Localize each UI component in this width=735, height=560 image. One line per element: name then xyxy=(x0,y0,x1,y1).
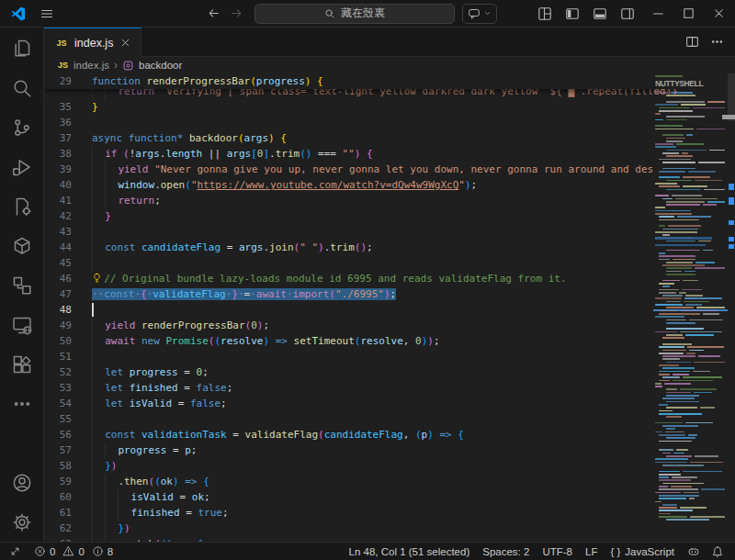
line-number[interactable]: 36 xyxy=(44,115,72,130)
code-line-51[interactable]: 51 xyxy=(44,349,653,364)
line-content[interactable]: const candidateFlag = args.join(" ").tri… xyxy=(92,240,373,255)
code-line-50[interactable]: 50await new Promise((resolve) => setTime… xyxy=(44,333,653,349)
line-content[interactable]: } xyxy=(92,99,98,115)
line-content[interactable] xyxy=(92,349,105,364)
language-mode[interactable]: { } JavaScript xyxy=(610,546,674,557)
line-content[interactable]: let progress = 0; xyxy=(92,364,209,380)
line-number[interactable]: 57 xyxy=(44,442,72,458)
code-line-58[interactable]: 58}) xyxy=(44,458,653,474)
sticky-scroll-line[interactable]: 29function renderProgressBar(progress) { xyxy=(44,73,653,89)
line-number[interactable]: 47 xyxy=(44,286,72,302)
account-icon[interactable] xyxy=(12,473,32,493)
line-content[interactable]: .then((ok) => { xyxy=(92,474,209,489)
line-number[interactable]: 54 xyxy=(44,396,72,411)
indentation[interactable]: Spaces: 2 xyxy=(482,546,529,557)
code-line-48[interactable]: 48 xyxy=(44,302,653,318)
code-line-61[interactable]: 61finished = true; xyxy=(44,505,653,521)
line-number[interactable]: 52 xyxy=(44,364,72,380)
line-number[interactable]: 46 xyxy=(44,271,72,286)
settings-icon[interactable] xyxy=(12,512,32,532)
line-number[interactable]: 59 xyxy=(44,474,72,489)
menu-icon[interactable] xyxy=(40,6,54,21)
line-number[interactable] xyxy=(44,89,72,99)
line-number[interactable]: 29 xyxy=(44,73,72,89)
line-content[interactable]: isValid = ok; xyxy=(92,489,210,505)
code-line-55[interactable]: 55 xyxy=(44,411,653,427)
line-content[interactable] xyxy=(92,224,105,240)
code-line-44[interactable]: 44const candidateFlag = args.join(" ").t… xyxy=(44,240,653,255)
code-line-54[interactable]: 54let isValid = false; xyxy=(44,396,653,411)
breadcrumb-file[interactable]: index.js xyxy=(74,60,109,71)
remote-explorer-icon[interactable] xyxy=(12,315,32,335)
line-content[interactable]: let isValid = false; xyxy=(92,396,227,411)
code-line-52[interactable]: 52let progress = 0; xyxy=(44,364,653,380)
code-line-43[interactable]: 43 xyxy=(44,224,653,240)
copilot-button[interactable] xyxy=(462,4,497,24)
command-center-search[interactable]: 藏在殼裏 xyxy=(254,4,455,24)
arrow-left-icon[interactable] xyxy=(207,6,220,20)
split-editor-icon[interactable] xyxy=(685,35,699,49)
cube-icon[interactable] xyxy=(12,236,32,256)
toggle-sidebar-left-icon[interactable] xyxy=(565,6,580,21)
minimize-icon[interactable] xyxy=(651,6,665,20)
line-content[interactable]: progress = p; xyxy=(92,442,197,458)
line-content[interactable]: window.open("https://www.youtube.com/wat… xyxy=(92,177,477,193)
line-content[interactable]: .catch(() => { xyxy=(92,536,203,542)
line-content[interactable]: let finished = false; xyxy=(92,380,232,396)
line-number[interactable]: 49 xyxy=(44,318,72,333)
line-number[interactable]: 55 xyxy=(44,411,72,427)
code-line-57[interactable]: 57progress = p; xyxy=(44,442,653,458)
more-icon[interactable] xyxy=(12,394,32,414)
remote-indicator-button[interactable] xyxy=(9,545,21,557)
line-content[interactable]: } xyxy=(92,208,111,224)
code-lines[interactable]: 35}3637async function* backdoor(args) {3… xyxy=(44,99,653,542)
code-line-42[interactable]: 42} xyxy=(44,208,653,224)
line-number[interactable]: 48 xyxy=(44,302,72,318)
line-content[interactable]: await new Promise((resolve) => setTimeou… xyxy=(92,333,440,349)
close-icon[interactable] xyxy=(119,37,131,49)
code-line-34[interactable]: return `Verifying [ span class= text-lig… xyxy=(44,89,735,99)
problems-button[interactable]: 0 0 8 xyxy=(34,545,117,557)
line-content[interactable]: // Original bundle lazy-loads module id … xyxy=(92,271,567,286)
line-number[interactable]: 62 xyxy=(44,521,72,536)
code-line-53[interactable]: 53let finished = false; xyxy=(44,380,653,396)
line-number[interactable]: 45 xyxy=(44,255,72,271)
line-number[interactable]: 37 xyxy=(44,130,72,146)
close-window-icon[interactable] xyxy=(712,6,726,20)
line-number[interactable]: 42 xyxy=(44,208,72,224)
line-number[interactable]: 40 xyxy=(44,177,72,193)
code-line-39[interactable]: 39yield "Never gonna give you up, never … xyxy=(44,162,653,177)
line-number[interactable]: 51 xyxy=(44,349,72,364)
line-number[interactable]: 58 xyxy=(44,458,72,474)
customize-layout-icon[interactable] xyxy=(537,6,552,21)
tab-index-js[interactable]: JS index.js xyxy=(44,28,141,57)
extensions-icon[interactable] xyxy=(12,354,32,375)
line-number[interactable]: 35 xyxy=(44,99,72,115)
line-content[interactable]: }) xyxy=(92,521,130,536)
line-number[interactable]: 56 xyxy=(44,427,72,442)
line-number[interactable]: 41 xyxy=(44,193,72,208)
linked-squares-icon[interactable] xyxy=(12,275,32,296)
maximize-icon[interactable] xyxy=(682,6,695,20)
line-content[interactable]: }) xyxy=(92,458,117,474)
line-content[interactable]: yield "Never gonna give you up, never go… xyxy=(92,162,653,177)
line-number[interactable]: 60 xyxy=(44,489,72,505)
line-number[interactable]: 43 xyxy=(44,224,72,240)
code-line-56[interactable]: 56const validationTask = validateFlag(ca… xyxy=(44,427,653,442)
code-line-60[interactable]: 60isValid = ok; xyxy=(44,489,653,505)
code-editor[interactable]: 29function renderProgressBar(progress) {… xyxy=(44,73,735,542)
code-line-35[interactable]: 35} xyxy=(44,99,653,115)
line-number[interactable]: 39 xyxy=(44,162,72,177)
code-line-46[interactable]: 46// Original bundle lazy-loads module i… xyxy=(44,271,653,286)
code-line-38[interactable]: 38if (!args.length || args[0].trim() ===… xyxy=(44,146,653,162)
more-actions-icon[interactable] xyxy=(710,35,724,49)
line-content[interactable]: function renderProgressBar(progress) { xyxy=(92,73,323,89)
line-content[interactable]: ··const·{·validateFlag·}·=·await·import(… xyxy=(92,286,396,302)
line-content[interactable] xyxy=(92,255,105,271)
bell-icon[interactable] xyxy=(711,545,724,558)
line-content[interactable]: const validationTask = validateFlag(cand… xyxy=(92,427,464,442)
line-content[interactable]: return; xyxy=(92,193,161,208)
arrow-right-icon[interactable] xyxy=(230,6,243,20)
cursor-position[interactable]: Ln 48, Col 1 (51 selected) xyxy=(349,546,470,557)
code-line-45[interactable]: 45 xyxy=(44,255,653,271)
